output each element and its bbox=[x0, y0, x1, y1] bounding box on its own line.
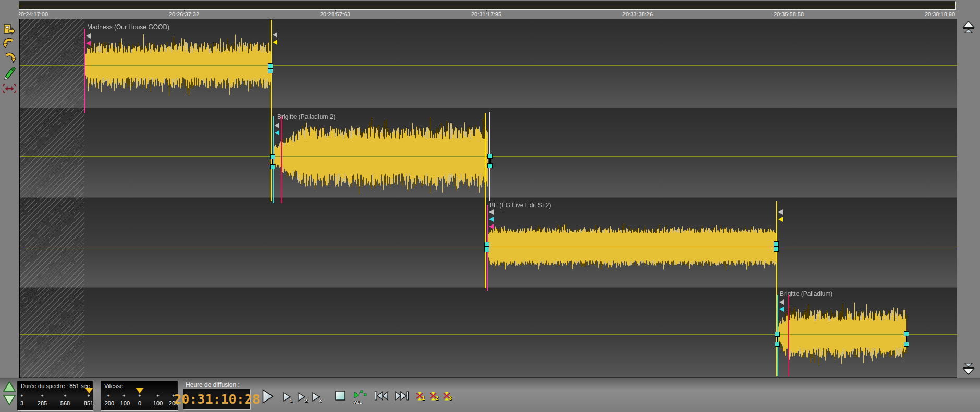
speed-title: Vitesse bbox=[104, 383, 123, 389]
fade-marker-triangle[interactable] bbox=[86, 33, 91, 39]
spectrum-duration-title: Durée du spectre : 851 sec bbox=[21, 383, 90, 389]
fade-handle-square[interactable] bbox=[487, 163, 493, 168]
play-2-number: 2 bbox=[304, 398, 307, 403]
fade-marker-triangle[interactable] bbox=[778, 209, 783, 215]
redo-icon bbox=[3, 52, 16, 65]
play-3-number: 3 bbox=[319, 398, 322, 403]
fade-handle-square[interactable] bbox=[484, 247, 489, 252]
clip-start-marker-line[interactable] bbox=[84, 29, 85, 113]
slider-tick: + bbox=[156, 394, 159, 398]
fade-handle-square[interactable] bbox=[904, 342, 909, 347]
ruler-timecode-label: 20:38:18:90 bbox=[925, 11, 955, 17]
fade-handle-square[interactable] bbox=[268, 63, 273, 68]
broadcast-time-display: 20:31:10:28 bbox=[183, 389, 250, 409]
left-toolbar bbox=[0, 0, 19, 412]
slider-tick: + bbox=[123, 394, 125, 398]
play-button[interactable] bbox=[262, 389, 274, 404]
slider-tick-label: 285 bbox=[38, 400, 47, 406]
play-track-1-button[interactable]: 1 bbox=[282, 392, 291, 403]
export-icon bbox=[3, 23, 16, 35]
fade-handle-square[interactable] bbox=[774, 241, 779, 246]
skip-forward-button[interactable] bbox=[395, 391, 409, 401]
marker-2-number: 2 bbox=[435, 395, 438, 401]
clip-end-marker-line[interactable] bbox=[485, 113, 486, 288]
ruler-timecode-label: 20:28:57:63 bbox=[320, 11, 350, 17]
ruler-timecode-label: 20:26:37:32 bbox=[169, 11, 199, 17]
timecode-ruler[interactable]: 20:24:17:0020:26:37:3220:28:57:6320:31:1… bbox=[0, 10, 980, 19]
slider-tick-label: 568 bbox=[60, 400, 70, 406]
pen-icon bbox=[3, 67, 16, 80]
fade-marker-triangle[interactable] bbox=[778, 217, 783, 222]
slider-tick: + bbox=[41, 394, 43, 398]
fade-marker-triangle[interactable] bbox=[273, 32, 277, 38]
fade-handle-square[interactable] bbox=[270, 154, 275, 159]
fade-marker-triangle[interactable] bbox=[779, 299, 784, 305]
right-strip bbox=[957, 19, 980, 378]
slider-tick: + bbox=[87, 394, 90, 398]
broadcast-time-label: Heure de diffusion : bbox=[186, 381, 240, 389]
fade-handle-square[interactable] bbox=[775, 332, 780, 337]
play-all-label: ALL bbox=[354, 400, 362, 405]
marker-3-number: 3 bbox=[449, 395, 452, 401]
play-all-button[interactable]: ALL bbox=[354, 388, 368, 404]
play-track-2-button[interactable]: 2 bbox=[297, 392, 306, 403]
stop-button[interactable] bbox=[335, 391, 345, 401]
play-track-3-button[interactable]: 3 bbox=[311, 392, 321, 403]
slider-tick-label: -100 bbox=[118, 400, 130, 406]
spectrum-duration-slider[interactable]: Durée du spectre : 851 sec +3+285+568+85… bbox=[17, 381, 93, 410]
ruler-timecode-label: 20:31:17:95 bbox=[471, 11, 501, 17]
broadcast-time-value: 20:31:10:28 bbox=[174, 392, 260, 407]
redo-button[interactable] bbox=[3, 52, 16, 65]
double-up-icon bbox=[962, 21, 975, 33]
goto-marker-1-button[interactable]: 1 bbox=[415, 392, 424, 401]
play-all-icon bbox=[354, 390, 368, 401]
fade-handle-square[interactable] bbox=[774, 246, 779, 252]
timeline-canvas[interactable]: Madness (Our House GOOD) Brigitte (Palla… bbox=[19, 19, 957, 378]
fade-handle-square[interactable] bbox=[270, 164, 275, 169]
fade-handle-square[interactable] bbox=[775, 342, 780, 347]
track-midline bbox=[20, 65, 958, 66]
ruler-timecode-label: 20:24:17:00 bbox=[18, 11, 48, 17]
slider-tick: + bbox=[138, 394, 141, 398]
fade-handle-square[interactable] bbox=[484, 242, 489, 247]
undo-button[interactable] bbox=[3, 38, 16, 50]
track-scroll-down-button[interactable] bbox=[3, 395, 16, 407]
ruler-timecode-label: 20:35:58:58 bbox=[774, 11, 804, 17]
fade-marker-triangle[interactable] bbox=[489, 209, 494, 215]
scroll-to-top-button[interactable] bbox=[962, 21, 975, 33]
track-scroll-up-button[interactable] bbox=[3, 381, 16, 393]
fade-marker-triangle[interactable] bbox=[273, 40, 277, 45]
fade-marker-triangle[interactable] bbox=[489, 224, 494, 229]
skip-forward-icon bbox=[395, 391, 409, 401]
play-icon bbox=[262, 389, 274, 404]
export-audio-button[interactable] bbox=[3, 23, 16, 35]
fade-marker-triangle[interactable] bbox=[86, 41, 91, 46]
track-midline bbox=[20, 334, 958, 335]
fade-handle-square[interactable] bbox=[487, 154, 493, 159]
clip-fade-marker-line[interactable] bbox=[788, 295, 789, 376]
timeline-overview-strip[interactable] bbox=[17, 1, 956, 10]
slider-tick: + bbox=[20, 394, 23, 398]
fade-handle-square[interactable] bbox=[904, 331, 909, 336]
horizontal-resize-icon bbox=[3, 83, 16, 94]
goto-marker-3-button[interactable]: 3 bbox=[442, 392, 451, 401]
marker-1-number: 1 bbox=[422, 395, 425, 401]
stretch-tool-button[interactable] bbox=[3, 82, 16, 95]
goto-marker-2-button[interactable]: 2 bbox=[428, 392, 438, 401]
skip-back-button[interactable] bbox=[374, 391, 389, 401]
fade-marker-triangle[interactable] bbox=[489, 217, 494, 222]
fade-marker-triangle[interactable] bbox=[275, 130, 279, 135]
slider-tick-label: 3 bbox=[20, 400, 23, 406]
speed-slider[interactable]: Vitesse +-200+-100+0+100+200 bbox=[101, 381, 178, 410]
bottom-control-bar: Durée du spectre : 851 sec +3+285+568+85… bbox=[0, 378, 980, 412]
play-1-number: 1 bbox=[290, 398, 292, 403]
fade-marker-triangle[interactable] bbox=[275, 123, 279, 128]
fade-handle-square[interactable] bbox=[268, 68, 273, 73]
fade-marker-triangle[interactable] bbox=[779, 307, 784, 312]
scroll-to-bottom-button[interactable] bbox=[962, 363, 975, 375]
app-window: 20:24:17:0020:26:37:3220:28:57:6320:31:1… bbox=[0, 0, 980, 412]
slider-tick: + bbox=[107, 394, 109, 398]
clip-fade-marker-line[interactable] bbox=[281, 116, 282, 203]
pen-tool-button[interactable] bbox=[3, 67, 16, 79]
clip-end-marker-line[interactable] bbox=[271, 20, 272, 201]
